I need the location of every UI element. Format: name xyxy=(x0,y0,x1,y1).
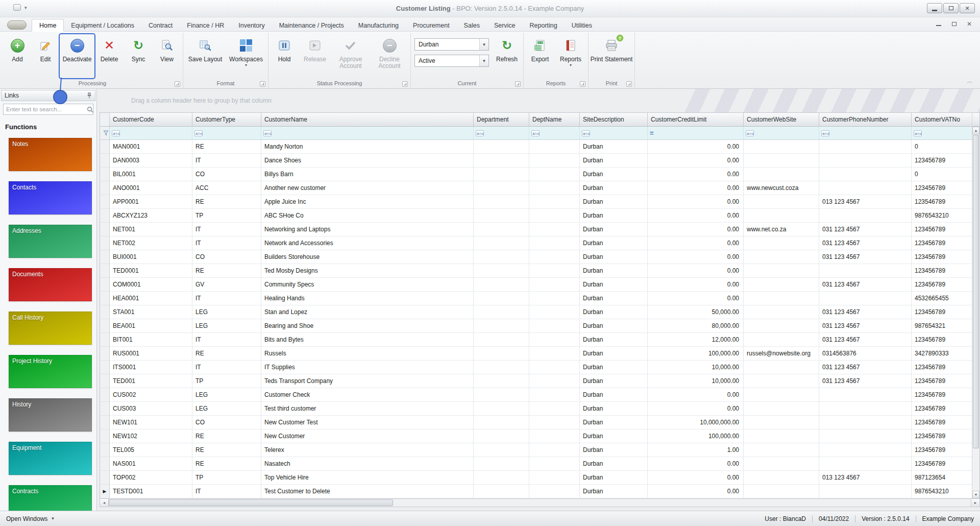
grid-row-dan0003[interactable]: DAN0003ITDance ShoesDurban0.00123456789 xyxy=(100,154,972,168)
grid-row-nas001[interactable]: NAS001RENasatechDurban0.00123456789 xyxy=(100,457,972,471)
tab-service[interactable]: Service xyxy=(487,19,523,31)
tab-procurement[interactable]: Procurement xyxy=(406,19,457,31)
dialog-launcher-icon[interactable] xyxy=(580,81,585,87)
column-header-customercode[interactable]: CustomerCode xyxy=(110,113,192,127)
grid-row-ted001[interactable]: TED001TPTeds Transport CompanyDurban10,0… xyxy=(100,374,972,388)
grid-row-abcxyz123[interactable]: ABCXYZ123TPABC SHoe CoDurban0.0098765432… xyxy=(100,209,972,223)
column-header-customervatno[interactable]: CustomerVATNo xyxy=(912,113,972,127)
quick-access-caret-icon[interactable]: ▾ xyxy=(24,5,27,10)
dialog-launcher-icon[interactable] xyxy=(626,81,632,87)
dialog-launcher-icon[interactable] xyxy=(515,81,521,87)
horizontal-scroll-track[interactable] xyxy=(109,499,971,507)
filter-cell-customervatno[interactable]: abc xyxy=(912,127,972,140)
vertical-scroll-thumb[interactable] xyxy=(973,135,979,448)
vertical-scroll-track[interactable] xyxy=(972,134,979,491)
filter-cell-department[interactable]: abc xyxy=(474,127,529,140)
grid-row-bit001[interactable]: BIT001ITBits and BytesDurban12,000.00031… xyxy=(100,333,972,347)
filter-cell-deptname[interactable]: abc xyxy=(529,127,580,140)
tab-inventory[interactable]: Inventory xyxy=(231,19,272,31)
dialog-launcher-icon[interactable] xyxy=(402,81,408,87)
grid-row-com0001[interactable]: COM0001GVCommunity SpecsDurban0.00031 12… xyxy=(100,278,972,292)
delete-button[interactable]: ✕ Delete xyxy=(94,34,124,78)
scroll-up-icon[interactable]: ▲ xyxy=(972,127,979,134)
function-call-history[interactable]: Call History xyxy=(9,312,92,345)
group-by-panel[interactable]: Drag a column header here to group by th… xyxy=(100,89,980,112)
filter-cell-customercreditlimit[interactable]: = xyxy=(648,127,744,140)
export-button[interactable]: XLSX Export xyxy=(525,34,555,78)
filter-cell-customerwebsite[interactable]: abc xyxy=(744,127,819,140)
view-button[interactable]: View xyxy=(153,34,181,78)
function-addresses[interactable]: Addresses xyxy=(9,225,92,258)
filter-cell-sitedescription[interactable]: abc xyxy=(580,127,648,140)
filter-cell-customercode[interactable]: abc xyxy=(110,127,192,140)
scroll-right-icon[interactable]: ► xyxy=(971,499,979,507)
site-dropdown[interactable]: Durban ▼ xyxy=(414,38,489,51)
tab-utilities[interactable]: Utilities xyxy=(565,19,599,31)
grid-row-hea0001[interactable]: HEA0001ITHealing HandsDurban0.0045326654… xyxy=(100,292,972,305)
column-header-deptname[interactable]: DeptName xyxy=(529,113,580,127)
grid-row-app0001[interactable]: APP0001REApple Juice IncDurban0.00013 12… xyxy=(100,195,972,209)
edit-button[interactable]: Edit xyxy=(31,34,60,78)
child-minimize-button[interactable] xyxy=(935,21,942,27)
maximize-button[interactable] xyxy=(943,3,959,13)
add-button[interactable]: + Add xyxy=(4,34,31,78)
filter-cell-customerphonenumber[interactable]: abc xyxy=(819,127,912,140)
search-icon[interactable] xyxy=(85,106,95,113)
tab-maintenance-projects[interactable]: Maintenance / Projects xyxy=(272,19,351,31)
status-dropdown[interactable]: Active ▼ xyxy=(414,55,489,67)
grid-row-net002[interactable]: NET002ITNetwork and AccessoriesDurban0.0… xyxy=(100,236,972,250)
function-equipment[interactable]: Equipment xyxy=(9,442,92,475)
refresh-button[interactable]: ↻ Refresh xyxy=(492,34,522,78)
column-header-customerwebsite[interactable]: CustomerWebSite xyxy=(744,113,819,127)
scroll-left-icon[interactable]: ◄ xyxy=(100,499,109,507)
minimize-button[interactable] xyxy=(927,3,942,13)
pin-icon[interactable] xyxy=(87,92,92,99)
grid-row-net001[interactable]: NET001ITNetworking and LaptopsDurban0.00… xyxy=(100,223,972,236)
close-button[interactable]: ✕ xyxy=(960,3,975,13)
dialog-launcher-icon[interactable] xyxy=(260,81,265,87)
tab-finance-hr[interactable]: Finance / HR xyxy=(180,19,231,31)
function-project-history[interactable]: Project History xyxy=(9,355,92,388)
grid-row-bui0001[interactable]: BUI0001COBuilders StorehouseDurban0.0003… xyxy=(100,250,972,264)
tab-contract[interactable]: Contract xyxy=(141,19,180,31)
horizontal-scroll-thumb[interactable] xyxy=(109,499,393,506)
grid-row-cus002[interactable]: CUS002LEGCustomer CheckDurban0.001234567… xyxy=(100,388,972,402)
vertical-scrollbar[interactable]: ▲ ▼ xyxy=(972,113,979,498)
print-statement-button[interactable]: ? Print Statement xyxy=(590,34,633,78)
grid-row-rus0001[interactable]: RUS0001RERusselsDurban100,000.00russels@… xyxy=(100,347,972,361)
filter-cell-customertype[interactable]: abc xyxy=(192,127,261,140)
grid-row-sta001[interactable]: STA001LEGStan and LopezDurban50,000.0003… xyxy=(100,305,972,319)
column-header-department[interactable]: Department xyxy=(474,113,529,127)
filter-cell-customername[interactable]: abc xyxy=(261,127,474,140)
child-restore-button[interactable] xyxy=(950,21,958,27)
reports-button[interactable]: Reports ▾ xyxy=(555,34,586,78)
grid-row-bea001[interactable]: BEA001LEGBearing and ShoeDurban80,000.00… xyxy=(100,319,972,333)
scroll-down-icon[interactable]: ▼ xyxy=(972,491,979,498)
grid-row-ted0001[interactable]: TED0001RETed Mosby DesignsDurban0.001234… xyxy=(100,264,972,278)
grid-row-cus003[interactable]: CUS003LEGTest third customerDurban0.0012… xyxy=(100,402,972,416)
column-header-sitedescription[interactable]: SiteDescription xyxy=(580,113,648,127)
chevron-down-icon[interactable]: ▼ xyxy=(479,55,488,66)
chevron-down-icon[interactable]: ▼ xyxy=(479,39,488,50)
grid-row-bil0001[interactable]: BIL0001COBillys BarnDurban0.000 xyxy=(100,168,972,181)
hold-button[interactable]: Hold xyxy=(270,34,299,78)
grid-row-new101[interactable]: NEW101CONew Customer TestDurban10,000,00… xyxy=(100,416,972,429)
horizontal-scrollbar[interactable]: ◄ ► xyxy=(100,498,980,507)
grid-row-its0001[interactable]: ITS0001ITIT SuppliesDurban10,000.00031 1… xyxy=(100,361,972,374)
column-header-customercreditlimit[interactable]: CustomerCreditLimit xyxy=(648,113,744,127)
grid-row-tel005[interactable]: TEL005RETelerexDurban1.00123456789 xyxy=(100,443,972,457)
function-contracts[interactable]: Contracts xyxy=(9,485,92,511)
column-header-customerphonenumber[interactable]: CustomerPhoneNumber xyxy=(819,113,912,127)
tab-sales[interactable]: Sales xyxy=(457,19,487,31)
function-history[interactable]: History xyxy=(9,398,92,432)
function-notes[interactable]: Notes xyxy=(9,138,92,171)
workspaces-button[interactable]: Workspaces ▾ xyxy=(226,34,266,78)
dialog-launcher-icon[interactable] xyxy=(175,81,180,87)
open-windows-button[interactable]: Open Windows ▼ xyxy=(6,515,55,522)
app-icon[interactable] xyxy=(13,4,21,11)
tab-home[interactable]: Home xyxy=(32,19,64,32)
grid-row-testd001[interactable]: ▶TESTD001ITTest Customer to DeleteDurban… xyxy=(100,485,972,498)
grid-row-ano0001[interactable]: ANO0001ACCAnother new customerDurban0.00… xyxy=(100,181,972,195)
function-documents[interactable]: Documents xyxy=(9,268,92,301)
ribbon-collapse-icon[interactable]: ︿ xyxy=(967,77,973,86)
